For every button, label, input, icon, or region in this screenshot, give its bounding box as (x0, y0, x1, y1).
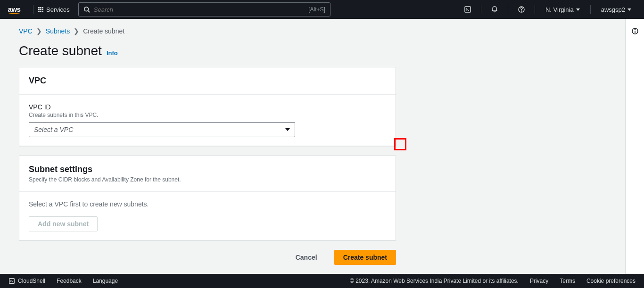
terms-link[interactable]: Terms (560, 278, 575, 284)
divider (481, 5, 481, 14)
svg-line-1 (88, 11, 90, 13)
notifications-icon[interactable] (486, 0, 503, 19)
help-icon[interactable] (513, 0, 530, 19)
breadcrumb: VPC ❯ Subnets ❯ Create subnet (19, 27, 625, 35)
page-title-row: Create subnet Info (19, 43, 625, 58)
svg-point-8 (635, 29, 635, 30)
region-label: N. Virginia (545, 6, 574, 13)
cookie-prefs-link[interactable]: Cookie preferences (586, 278, 636, 284)
search-icon (83, 6, 90, 13)
search-input[interactable] (94, 6, 308, 13)
cancel-button[interactable]: Cancel (287, 250, 326, 265)
cloudshell-nav-icon[interactable] (459, 0, 476, 19)
info-link[interactable]: Info (107, 49, 118, 57)
region-selector[interactable]: N. Virginia (540, 6, 586, 13)
footer: CloudShell Feedback Language © 2023, Ama… (0, 274, 644, 288)
highlight-marker (394, 138, 406, 150)
feedback-button[interactable]: Feedback (57, 278, 82, 284)
breadcrumb-vpc[interactable]: VPC (19, 27, 33, 35)
breadcrumb-subnets[interactable]: Subnets (46, 27, 70, 35)
language-button[interactable]: Language (93, 278, 118, 284)
subnet-panel-title: Subnet settings (29, 165, 386, 174)
cloudshell-label: CloudShell (18, 278, 45, 284)
caret-down-icon (627, 8, 631, 11)
divider (33, 5, 33, 14)
vpc-panel-header: VPC (19, 67, 396, 95)
vpc-panel-body: VPC ID Create subnets in this VPC. Selec… (19, 95, 396, 146)
search-container[interactable]: [Alt+S] (78, 2, 330, 16)
vpc-select[interactable]: Select a VPC (29, 122, 295, 137)
aws-logo[interactable]: aws (7, 5, 21, 14)
subnet-empty-message: Select a VPC first to create new subnets… (29, 200, 386, 208)
svg-point-0 (84, 7, 89, 11)
chevron-right-icon: ❯ (74, 27, 79, 35)
account-label: awsgsp2 (601, 6, 625, 13)
page-title: Create subnet (19, 43, 102, 58)
svg-point-5 (521, 11, 521, 11)
divider (590, 5, 591, 14)
vpc-select-placeholder: Select a VPC (34, 126, 73, 133)
vpc-id-label: VPC ID (29, 103, 386, 111)
feedback-label: Feedback (57, 278, 82, 284)
vpc-panel: VPC VPC ID Create subnets in this VPC. S… (19, 67, 396, 146)
divider (535, 5, 535, 14)
caret-down-icon (576, 8, 580, 11)
grid-icon (38, 7, 43, 12)
copyright-text: © 2023, Amazon Web Services India Privat… (350, 278, 519, 284)
action-row: Cancel Create subnet (19, 250, 396, 265)
caret-down-icon (285, 128, 290, 131)
chevron-right-icon: ❯ (36, 27, 42, 35)
account-selector[interactable]: awsgsp2 (595, 6, 637, 13)
create-subnet-button[interactable]: Create subnet (334, 250, 396, 265)
subnet-panel-subtitle: Specify the CIDR blocks and Availability… (29, 176, 386, 183)
subnet-panel-body: Select a VPC first to create new subnets… (19, 192, 396, 240)
privacy-link[interactable]: Privacy (530, 278, 548, 284)
main-content: VPC ❯ Subnets ❯ Create subnet Create sub… (0, 19, 644, 274)
add-subnet-button: Add new subnet (29, 216, 98, 231)
cloudshell-footer-button[interactable]: CloudShell (8, 278, 45, 284)
subnet-panel-header: Subnet settings Specify the CIDR blocks … (19, 156, 396, 192)
search-shortcut: [Alt+S] (308, 6, 325, 13)
divider (508, 5, 508, 14)
info-panel-icon[interactable] (631, 27, 639, 35)
services-menu-button[interactable]: Services (38, 6, 70, 13)
subnet-settings-panel: Subnet settings Specify the CIDR blocks … (19, 156, 396, 240)
breadcrumb-current: Create subnet (83, 27, 124, 35)
top-navigation: aws Services [Alt+S] N. Virginia (0, 0, 644, 19)
vpc-panel-title: VPC (29, 76, 386, 86)
vpc-id-hint: Create subnets in this VPC. (29, 112, 386, 118)
services-label: Services (46, 6, 70, 13)
right-toolbar (625, 19, 644, 274)
language-label: Language (93, 278, 118, 284)
